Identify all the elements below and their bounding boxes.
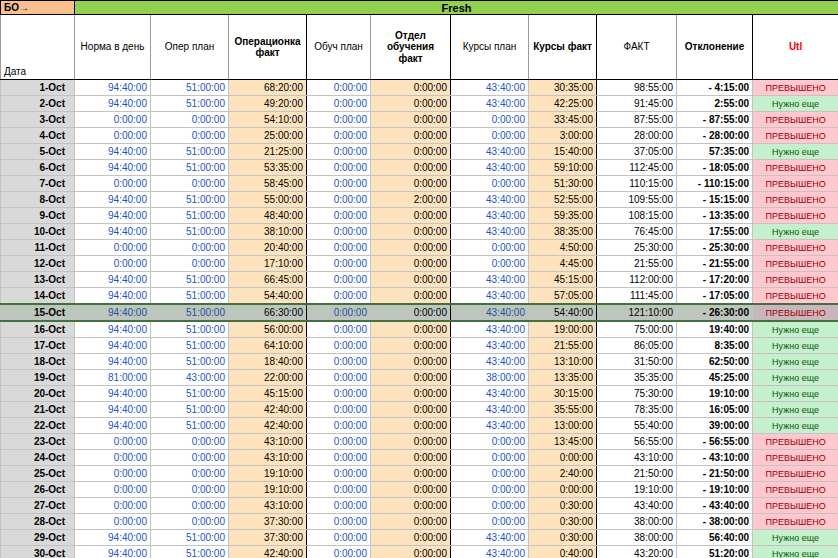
date-cell[interactable]: 20-Oct [1,386,75,402]
edu-plan-cell[interactable]: 0:00:00 [307,144,371,160]
deviation-cell[interactable]: - 21:55:00 [677,256,753,272]
utl-status-cell[interactable]: Нужно еще [753,402,838,418]
edu-plan-cell[interactable]: 0:00:00 [307,498,371,514]
edu-fact-cell[interactable]: 0:00:00 [371,530,451,546]
edu-plan-cell[interactable]: 0:00:00 [307,354,371,370]
course-plan-cell[interactable]: 43:40:00 [451,224,529,240]
oper-plan-cell[interactable]: 43:00:00 [151,370,229,386]
norm-cell[interactable]: 0:00:00 [75,450,151,466]
date-cell[interactable]: 21-Oct [1,402,75,418]
course-fact-cell[interactable]: 21:55:00 [529,338,597,354]
fact-cell[interactable]: 35:35:00 [597,370,677,386]
deviation-cell[interactable]: 16:05:00 [677,402,753,418]
utl-status-cell[interactable]: Нужно еще [753,354,838,370]
header-oper-plan[interactable]: Опер план [151,15,229,80]
date-cell[interactable]: 25-Oct [1,466,75,482]
utl-status-cell[interactable]: ПРЕВЫШЕНО [753,160,838,176]
norm-cell[interactable]: 94:40:00 [75,160,151,176]
utl-status-cell[interactable]: ПРЕВЫШЕНО [753,450,838,466]
utl-status-cell[interactable]: ПРЕВЫШЕНО [753,208,838,224]
edu-plan-cell[interactable]: 0:00:00 [307,450,371,466]
course-fact-cell[interactable]: 3:00:00 [529,128,597,144]
date-cell[interactable]: 3-Oct [1,112,75,128]
course-plan-cell[interactable]: 43:40:00 [451,208,529,224]
date-cell[interactable]: 19-Oct [1,370,75,386]
course-plan-cell[interactable]: 0:00:00 [451,482,529,498]
deviation-cell[interactable]: - 17:05:00 [677,288,753,305]
deviation-cell[interactable]: 39:00:00 [677,418,753,434]
edu-fact-cell[interactable]: 0:00:00 [371,434,451,450]
course-fact-cell[interactable]: 54:40:00 [529,304,597,321]
utl-status-cell[interactable]: ПРЕВЫШЕНО [753,466,838,482]
course-plan-cell[interactable]: 43:40:00 [451,144,529,160]
fact-cell[interactable]: 121:10:00 [597,304,677,321]
course-plan-cell[interactable]: 0:00:00 [451,514,529,530]
course-plan-cell[interactable]: 43:40:00 [451,418,529,434]
header-edu-fact[interactable]: Отдел обучения факт [371,15,451,80]
oper-fact-cell[interactable]: 19:10:00 [229,482,307,498]
edu-plan-cell[interactable]: 0:00:00 [307,240,371,256]
norm-cell[interactable]: 94:40:00 [75,354,151,370]
deviation-cell[interactable]: - 13:35:00 [677,208,753,224]
utl-status-cell[interactable]: ПРЕВЫШЕНО [753,128,838,144]
edu-fact-cell[interactable]: 0:00:00 [371,354,451,370]
deviation-cell[interactable]: - 87:55:00 [677,112,753,128]
fact-cell[interactable]: 38:00:00 [597,514,677,530]
oper-plan-cell[interactable]: 0:00:00 [151,466,229,482]
utl-status-cell[interactable]: ПРЕВЫШЕНО [753,434,838,450]
oper-plan-cell[interactable]: 0:00:00 [151,514,229,530]
oper-fact-cell[interactable]: 45:15:00 [229,386,307,402]
norm-cell[interactable]: 0:00:00 [75,256,151,272]
course-plan-cell[interactable]: 43:40:00 [451,530,529,546]
deviation-cell[interactable]: 2:55:00 [677,96,753,112]
fact-cell[interactable]: 112:00:00 [597,272,677,288]
oper-plan-cell[interactable]: 0:00:00 [151,128,229,144]
oper-fact-cell[interactable]: 68:20:00 [229,80,307,96]
deviation-cell[interactable]: - 43:40:00 [677,498,753,514]
fact-cell[interactable]: 37:05:00 [597,144,677,160]
header-date[interactable]: Дата [1,15,75,80]
norm-cell[interactable]: 94:40:00 [75,402,151,418]
course-plan-cell[interactable]: 43:40:00 [451,402,529,418]
utl-status-cell[interactable]: ПРЕВЫШЕНО [753,176,838,192]
course-fact-cell[interactable]: 0:30:00 [529,514,597,530]
course-plan-cell[interactable]: 0:00:00 [451,256,529,272]
fact-cell[interactable]: 76:45:00 [597,224,677,240]
oper-fact-cell[interactable]: 42:40:00 [229,418,307,434]
deviation-cell[interactable]: 17:55:00 [677,224,753,240]
date-cell[interactable]: 7-Oct [1,176,75,192]
course-fact-cell[interactable]: 59:35:00 [529,208,597,224]
oper-fact-cell[interactable]: 43:10:00 [229,450,307,466]
deviation-cell[interactable]: - 4:15:00 [677,80,753,96]
fact-cell[interactable]: 31:50:00 [597,354,677,370]
norm-cell[interactable]: 94:40:00 [75,418,151,434]
oper-fact-cell[interactable]: 56:00:00 [229,321,307,338]
norm-cell[interactable]: 94:40:00 [75,96,151,112]
norm-cell[interactable]: 94:40:00 [75,321,151,338]
fact-cell[interactable]: 21:55:00 [597,256,677,272]
course-fact-cell[interactable]: 57:05:00 [529,288,597,305]
course-plan-cell[interactable]: 43:40:00 [451,338,529,354]
oper-plan-cell[interactable]: 51:00:00 [151,354,229,370]
course-plan-cell[interactable]: 43:40:00 [451,354,529,370]
norm-cell[interactable]: 0:00:00 [75,128,151,144]
norm-cell[interactable]: 94:40:00 [75,546,151,558]
date-cell[interactable]: 30-Oct [1,546,75,558]
norm-cell[interactable]: 94:40:00 [75,272,151,288]
utl-status-cell[interactable]: Нужно еще [753,321,838,338]
course-plan-cell[interactable]: 43:40:00 [451,80,529,96]
edu-plan-cell[interactable]: 0:00:00 [307,514,371,530]
fact-cell[interactable]: 28:00:00 [597,128,677,144]
course-plan-cell[interactable]: 43:40:00 [451,160,529,176]
fact-cell[interactable]: 86:05:00 [597,338,677,354]
oper-fact-cell[interactable]: 49:20:00 [229,96,307,112]
oper-fact-cell[interactable]: 19:10:00 [229,466,307,482]
date-cell[interactable]: 1-Oct [1,80,75,96]
norm-cell[interactable]: 0:00:00 [75,498,151,514]
course-plan-cell[interactable]: 38:00:00 [451,370,529,386]
course-plan-cell[interactable]: 43:40:00 [451,272,529,288]
course-fact-cell[interactable]: 0:00:00 [529,450,597,466]
deviation-cell[interactable]: - 15:15:00 [677,192,753,208]
deviation-cell[interactable]: - 26:30:00 [677,304,753,321]
date-cell[interactable]: 28-Oct [1,514,75,530]
